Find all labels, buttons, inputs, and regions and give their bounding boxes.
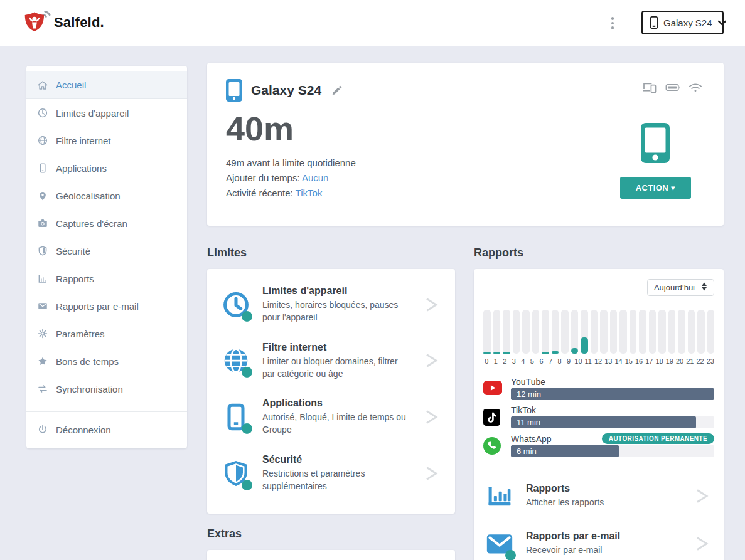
list-item-applications[interactable]: Applications Autorisé, Bloqué, Limite de… <box>222 398 440 436</box>
app-name: WhatsApp <box>511 434 552 444</box>
list-item-description: Restrictions et paramètres supplémentair… <box>262 467 412 493</box>
sidebar-item-rapports[interactable]: Rapports <box>26 265 187 292</box>
hour-tick-label: 23 <box>707 357 714 365</box>
chevron-right-icon[interactable] <box>424 464 440 483</box>
sidebar-item-label: Sécurité <box>56 246 90 256</box>
hour-bar-18 <box>658 310 666 354</box>
hour-tick-label: 3 <box>511 357 518 365</box>
list-item-title: Rapports <box>526 483 683 494</box>
sidebar-item-label: Rapports <box>56 273 94 284</box>
chevron-right-icon[interactable] <box>424 351 440 370</box>
sidebar-item-filtre-internet[interactable]: Filtre internet <box>26 127 187 154</box>
chevron-right-icon[interactable] <box>424 408 440 426</box>
app-usage-time: 12 min <box>517 389 541 399</box>
hour-bar-9 <box>571 310 579 354</box>
hour-bar-1 <box>493 310 501 354</box>
phone-icon <box>650 16 658 29</box>
list-item-filtre-internet[interactable]: Filtre internet Limiter ou bloquer domai… <box>222 342 440 381</box>
sidebar-item-deconnexion[interactable]: Déconnexion <box>26 416 187 443</box>
salfeld-shield-icon <box>23 9 51 36</box>
sidebar-item-parametres[interactable]: Paramètres <box>26 320 187 347</box>
app-usage-row-tiktok: TikTok 11 min <box>483 405 714 428</box>
hour-tick-label: 1 <box>493 357 500 365</box>
wifi-icon <box>689 82 702 93</box>
device-selector-label: Galaxy S24 <box>663 18 712 28</box>
list-item-description: Afficher les rapports <box>526 496 683 509</box>
main-content: Galaxy S24 40m 49m avant la limite quoti… <box>207 63 724 560</box>
battery-icon <box>665 83 681 92</box>
globe-icon <box>222 347 251 374</box>
device-selector-dropdown[interactable]: Galaxy S24 <box>641 11 724 34</box>
chevron-right-icon[interactable] <box>694 534 710 553</box>
permanent-permission-badge: AUTORISATION PERMANENTE <box>602 433 714 444</box>
more-options-menu[interactable] <box>608 14 617 32</box>
app-name: YouTube <box>511 377 545 387</box>
sidebar-item-label: Déconnexion <box>56 425 111 435</box>
hour-tick-label: 0 <box>483 357 490 365</box>
sidebar-item-securite[interactable]: Sécurité <box>26 237 187 265</box>
sidebar-nav: Accueil Limites d'appareil Filtre intern… <box>26 66 187 448</box>
sidebar-item-label: Synchronisation <box>56 384 123 394</box>
sidebar-item-captures-ecran[interactable]: Captures d'écran <box>26 209 187 237</box>
whatsapp-icon <box>483 433 502 457</box>
shield-icon <box>37 245 48 256</box>
list-item-title: Filtre internet <box>262 342 412 353</box>
hour-bar-14 <box>619 310 627 354</box>
add-time-link[interactable]: Aucun <box>302 172 329 183</box>
sidebar-item-label: Accueil <box>56 80 86 90</box>
list-item-rapports[interactable]: Rapports Afficher les rapports <box>483 472 714 520</box>
sidebar-item-label: Paramètres <box>56 329 105 339</box>
map-pin-icon <box>37 190 48 201</box>
limites-section-title: Limites <box>207 246 455 260</box>
brand-name: Salfeld. <box>54 14 104 31</box>
star-icon <box>37 356 48 367</box>
recent-activity-link[interactable]: TikTok <box>296 188 323 198</box>
hour-bar-16 <box>639 310 646 354</box>
list-item-rapports-email[interactable]: Rapports par e-mail Recevoir par e-mail <box>483 520 714 560</box>
sidebar-item-bons-de-temps[interactable]: Bons de temps <box>26 347 187 375</box>
hour-tick-label: 7 <box>547 357 554 365</box>
list-item-title: Applications <box>262 398 412 409</box>
chevron-right-icon[interactable] <box>694 487 710 505</box>
hour-bar-12 <box>600 310 608 354</box>
hourly-usage-chart <box>483 310 714 354</box>
hour-bar-2 <box>503 310 510 354</box>
report-range-select[interactable]: Aujourd’hui <box>647 279 714 296</box>
sync-arrows-icon <box>37 383 48 394</box>
list-item-limites-appareil[interactable]: Limites d'appareil Limites, horaires blo… <box>222 285 440 324</box>
rapports-section-title: Rapports <box>474 246 724 260</box>
action-dropdown-button[interactable]: ACTION ▾ <box>620 177 691 199</box>
sidebar-item-label: Limites d'appareil <box>56 108 129 119</box>
list-item-securite[interactable]: Sécurité Restrictions et paramètres supp… <box>222 454 440 493</box>
hour-bar-21 <box>688 310 695 354</box>
hour-tick-label: 21 <box>686 357 694 365</box>
device-phone-icon <box>226 79 242 102</box>
power-icon <box>37 424 48 435</box>
envelope-icon <box>486 530 515 557</box>
app-usage-list: YouTube 12 min TikTok 11 min <box>483 377 714 457</box>
clock-icon <box>222 291 251 319</box>
hour-tick-label: 20 <box>676 357 683 365</box>
sidebar-item-label: Bons de temps <box>56 356 119 367</box>
list-item-description: Autorisé, Bloqué, Limite de temps ou Gro… <box>262 411 412 436</box>
sidebar-item-geolocalisation[interactable]: Géolocalisation <box>26 182 187 209</box>
edit-pencil-icon[interactable] <box>331 85 343 96</box>
smartphone-icon <box>37 162 48 174</box>
sidebar-item-label: Captures d'écran <box>56 218 127 229</box>
recent-activity-label: Activité récente: <box>226 188 293 198</box>
sidebar-item-synchronisation[interactable]: Synchronisation <box>26 375 187 403</box>
extras-section-title: Extras <box>207 527 455 541</box>
sidebar-item-applications[interactable]: Applications <box>26 154 187 182</box>
hour-tick-label: 6 <box>538 357 545 365</box>
sidebar-item-accueil[interactable]: Accueil <box>26 71 187 99</box>
home-icon <box>37 80 48 91</box>
device-summary-card: Galaxy S24 40m 49m avant la limite quoti… <box>207 63 724 226</box>
extras-card <box>207 550 455 560</box>
sidebar-item-limites-appareil[interactable]: Limites d'appareil <box>26 99 187 127</box>
sidebar-item-rapports-email[interactable]: Rapports par e-mail <box>26 292 187 320</box>
app-usage-bar: 6 min <box>511 445 714 457</box>
app-usage-time: 6 min <box>517 446 537 456</box>
chevron-right-icon[interactable] <box>424 295 440 314</box>
youtube-icon <box>483 377 502 400</box>
brand-logo: Salfeld. <box>23 9 104 36</box>
